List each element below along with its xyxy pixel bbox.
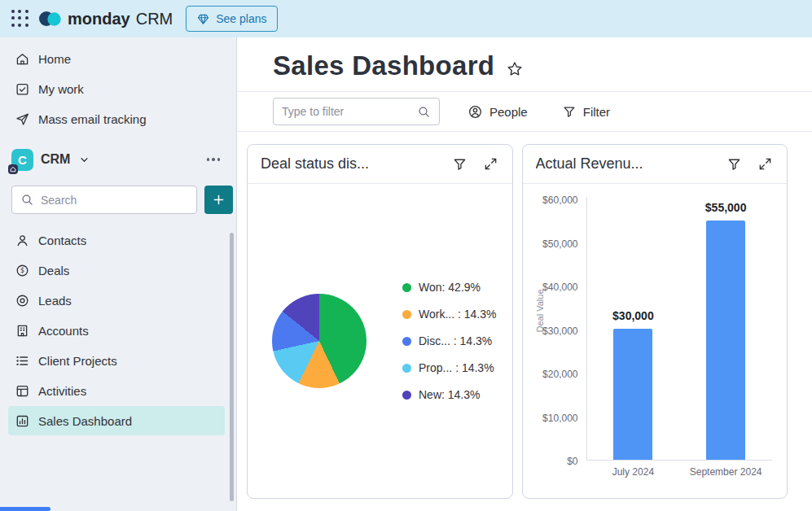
horizontal-scrollbar[interactable] [0,507,50,511]
sidebar-item-label: Client Projects [38,354,117,368]
people-button[interactable]: People [461,99,534,124]
sidebar-item-deals[interactable]: $Deals [8,256,225,285]
home-icon [15,51,30,67]
search-input[interactable] [41,194,188,207]
bar-chart-plot: $30,000July 2024$55,000September 2024 [586,197,773,461]
favorite-star-icon[interactable] [506,60,524,78]
widget-header: Deal status dis... [248,145,512,184]
brand-product: CRM [136,10,173,28]
monday-logo[interactable]: monday CRM [37,8,173,29]
svg-text:$: $ [20,267,24,274]
sidebar-top-list: HomeMy workMass email tracking [0,44,236,133]
workspace-name: CRM [41,152,70,167]
deals-icon: $ [15,263,30,278]
widget-expand-icon[interactable] [757,156,774,173]
sidebar-item-label: Deals [38,264,69,277]
projects-icon [15,353,30,369]
sidebar-item-contacts[interactable]: Contacts [8,225,225,255]
filter-button[interactable]: Filter [555,99,617,124]
bar-september-2024[interactable]: $55,000 [706,221,745,460]
see-plans-button[interactable]: See plans [186,6,277,32]
board-filter[interactable] [273,98,440,125]
person-circle-icon [467,104,483,120]
sidebar-item-home[interactable]: Home [0,44,236,73]
sidebar-item-label: Activities [38,384,86,398]
main-panel: Sales Dashboard People [237,37,812,511]
dashboard-header: Sales Dashboard [237,37,812,92]
sidebar-item-leads[interactable]: Leads [8,286,225,315]
widget-expand-icon[interactable] [483,156,499,173]
add-button[interactable] [204,186,233,214]
filter-input[interactable] [282,105,410,118]
sidebar-item-label: Leads [38,294,72,308]
y-axis-title: Deal Value [535,266,545,356]
activities-icon [15,383,30,399]
pie-chart[interactable] [272,294,366,388]
bar-july-2024[interactable]: $30,000 [613,329,652,460]
y-tick-label: $50,000 [528,238,578,250]
monday-logo-icon [37,8,62,29]
workspace-avatar: C [11,149,33,171]
legend-item[interactable]: Work... : 14.3% [402,308,496,321]
x-axis-label: July 2024 [584,466,682,478]
y-tick-label: $10,000 [528,413,578,424]
topbar: monday CRM See plans [0,0,812,37]
sidebar-scrollbar[interactable] [230,233,234,501]
widget-filter-icon[interactable] [726,156,743,173]
sidebar-item-mass-email-tracking[interactable]: Mass email tracking [0,104,236,133]
sidebar-nav-list: Contacts$DealsLeadsAccountsClient Projec… [0,225,236,435]
legend-item[interactable]: Prop... : 14.3% [402,361,496,374]
sidebar-item-label: Contacts [38,234,86,247]
sidebar-item-client-projects[interactable]: Client Projects [8,346,225,375]
widget-title: Actual Revenu... [536,155,713,173]
y-tick-label: $0 [528,456,578,467]
legend-label: Work... : 14.3% [419,308,496,321]
legend-label: Prop... : 14.3% [419,361,494,374]
pie-widget-body: Won: 42.9%Work... : 14.3%Disc... : 14.3%… [248,184,512,498]
legend-item[interactable]: Disc... : 14.3% [402,334,496,347]
x-axis-label: September 2024 [677,466,775,478]
sidebar-item-label: Sales Dashboard [38,414,132,428]
bar-value-label: $55,000 [669,201,783,214]
y-tick-label: $60,000 [528,194,578,206]
legend-dot [402,310,411,319]
app-layout: HomeMy workMass email tracking C CRM [0,37,812,511]
my-work-icon [15,81,30,97]
workspace-menu-icon[interactable] [204,155,224,164]
widget-header: Actual Revenu... [523,145,788,184]
dashboard-toolbar: People Filter [237,92,812,132]
sidebar-item-activities[interactable]: Activities [8,376,225,405]
people-label: People [489,105,528,119]
bar-chart-body: Deal Value $30,000July 2024$55,000Septem… [523,184,788,498]
bar-value-label: $30,000 [576,309,690,322]
filter-label: Filter [583,105,610,119]
brand-name: monday [68,10,130,28]
gem-icon [196,12,210,26]
contacts-icon [15,233,30,248]
sidebar-item-sales-dashboard[interactable]: Sales Dashboard [8,406,225,435]
apps-grid-icon[interactable] [11,10,29,28]
workspace-selector[interactable]: C CRM [11,148,223,171]
send-icon [15,111,30,127]
sidebar-search[interactable] [11,186,197,214]
workspace-avatar-letter: C [18,153,27,167]
sidebar: HomeMy workMass email tracking C CRM [0,37,237,511]
page-title: Sales Dashboard [273,50,494,81]
sidebar-item-accounts[interactable]: Accounts [8,316,225,345]
pie-legend: Won: 42.9%Work... : 14.3%Disc... : 14.3%… [402,281,496,401]
dashboard-icon [15,413,30,429]
widget-filter-icon[interactable] [452,156,468,173]
see-plans-label: See plans [216,12,266,25]
plus-icon [212,193,226,207]
sidebar-item-my-work[interactable]: My work [0,74,236,103]
legend-item[interactable]: Won: 42.9% [402,281,496,294]
dashboard-content: Deal status dis... Won: 42.9%Work... : 1… [237,132,812,511]
legend-item[interactable]: New: 14.3% [402,388,496,401]
widget-title: Deal status dis... [261,155,437,173]
legend-dot [402,337,411,346]
sidebar-item-label: My work [38,82,84,96]
legend-dot [402,391,411,400]
search-icon [417,105,431,119]
sidebar-search-row [11,186,225,214]
widget-actual-revenue: Actual Revenu... Deal Value $30,000July … [522,144,788,499]
